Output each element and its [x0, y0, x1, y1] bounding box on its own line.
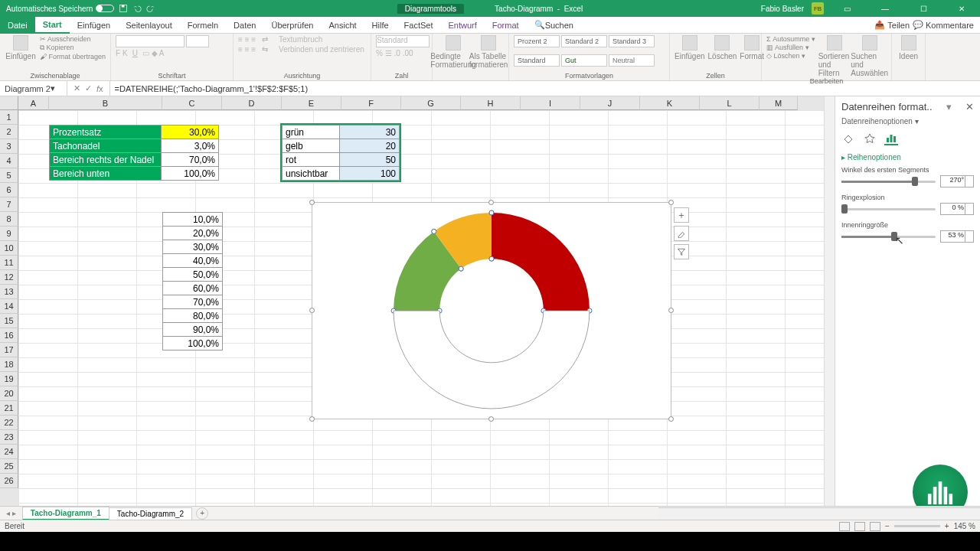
row-header[interactable]: 18	[0, 357, 18, 372]
tab-data[interactable]: Daten	[226, 17, 263, 34]
share-button[interactable]: 📤 Teilen	[874, 20, 910, 30]
zoom-level[interactable]: 145 %	[954, 522, 975, 530]
row-header[interactable]: 6	[0, 183, 18, 197]
hole-input[interactable]: 53 %	[940, 230, 974, 243]
row-header[interactable]: 17	[0, 343, 18, 357]
chart-object[interactable]: ＋	[312, 202, 671, 419]
style-cell[interactable]: Neutral	[609, 54, 655, 67]
row-header[interactable]: 4	[0, 154, 18, 168]
percent-table[interactable]: Prozentsatz30,0%Tachonadel3,0%Bereich re…	[49, 125, 219, 181]
format-painter[interactable]: 🖌 Format übertragen	[40, 53, 106, 60]
style-cell[interactable]: Standard	[514, 54, 560, 67]
sort-filter[interactable]: Sortieren und Filtern	[818, 35, 851, 77]
style-cell[interactable]: Standard 2	[561, 35, 607, 47]
col-header[interactable]: L	[700, 96, 760, 110]
pane-section[interactable]: ▸ Reihenoptionen	[841, 153, 974, 161]
chart-elements-button[interactable]: ＋	[674, 207, 689, 223]
hole-slider[interactable]	[841, 236, 936, 238]
tab-insert[interactable]: Einfügen	[70, 17, 118, 34]
chart-styles-button[interactable]	[674, 226, 689, 241]
row-header[interactable]: 23	[0, 430, 18, 445]
row-header[interactable]: 22	[0, 416, 18, 430]
pane-subtitle[interactable]: Datenreihenoptionen ▾	[841, 117, 974, 126]
explosion-input[interactable]: 0 %	[940, 203, 974, 215]
row-header[interactable]: 7	[0, 197, 18, 212]
col-header[interactable]: M	[760, 96, 798, 110]
tab-file[interactable]: Datei	[0, 17, 35, 34]
format-cells[interactable]: Format	[740, 35, 764, 60]
find-select[interactable]: Suchen und Auswählen	[854, 35, 886, 77]
col-header[interactable]: E	[282, 96, 341, 110]
as-table[interactable]: Als Tabelle formatieren	[472, 35, 505, 69]
fill-line-icon[interactable]	[841, 132, 855, 145]
col-header[interactable]: F	[341, 96, 401, 110]
col-header[interactable]: H	[461, 96, 521, 110]
maximize-icon[interactable]: ☐	[908, 0, 939, 17]
style-cell[interactable]: Gut	[561, 54, 607, 67]
row-header[interactable]: 12	[0, 270, 18, 285]
tab-layout[interactable]: Seitenlayout	[118, 17, 180, 34]
row-header[interactable]: 9	[0, 227, 18, 241]
pane-close-icon[interactable]: ✕	[965, 101, 974, 112]
save-icon[interactable]	[119, 4, 128, 13]
cut-button[interactable]: ✂ Ausschneiden	[40, 35, 106, 43]
add-sheet-button[interactable]: +	[196, 507, 208, 520]
tab-review[interactable]: Überprüfen	[263, 17, 321, 34]
scale-table[interactable]: 10,0%20,0%30,0%40,0%50,0%60,0%70,0%80,0%…	[162, 212, 223, 350]
col-header[interactable]: B	[49, 96, 162, 110]
row-header[interactable]: 16	[0, 328, 18, 343]
number-format[interactable]: Standard	[376, 35, 430, 47]
style-cell[interactable]: Standard 3	[609, 35, 655, 47]
style-cell[interactable]: Prozent 2	[514, 35, 560, 47]
row-header[interactable]: 19	[0, 372, 18, 386]
row-header[interactable]: 11	[0, 256, 18, 270]
col-header[interactable]: C	[162, 96, 222, 110]
col-header[interactable]: J	[580, 96, 640, 110]
col-header[interactable]: D	[222, 96, 282, 110]
redo-icon[interactable]	[146, 4, 155, 13]
enter-formula-icon[interactable]: ✓	[85, 83, 92, 93]
row-header[interactable]: 14	[0, 299, 18, 314]
row-header[interactable]: 25	[0, 459, 18, 474]
series-options-icon[interactable]	[884, 132, 898, 145]
cancel-formula-icon[interactable]: ✕	[74, 83, 80, 93]
row-header[interactable]: 3	[0, 139, 18, 154]
col-header[interactable]: G	[401, 96, 461, 110]
worksheet[interactable]: ABCDEFGHIJKLM 12345678910111213141516171…	[0, 96, 835, 506]
fill[interactable]: ▥ Ausfüllen ▾	[766, 44, 815, 51]
select-all-corner[interactable]	[0, 96, 18, 110]
size-select[interactable]	[186, 35, 209, 47]
autosum[interactable]: Σ Autosumme ▾	[766, 35, 815, 43]
row-header[interactable]: 2	[0, 125, 18, 139]
col-header[interactable]: I	[521, 96, 580, 110]
zoom-slider[interactable]	[894, 525, 940, 527]
context-tab-chart[interactable]: Diagrammtools	[397, 4, 464, 14]
clear[interactable]: ◇ Löschen ▾	[766, 52, 815, 60]
name-box[interactable]: Diagramm 2 ▾	[0, 81, 67, 96]
tab-format[interactable]: Format	[485, 17, 527, 34]
horizontal-scrollbar[interactable]	[658, 507, 980, 520]
close-icon[interactable]: ✕	[946, 0, 977, 17]
row-header[interactable]: 10	[0, 241, 18, 256]
font-select[interactable]	[116, 35, 185, 47]
row-header[interactable]: 1	[0, 110, 18, 125]
view-normal-icon[interactable]	[839, 522, 850, 531]
color-table[interactable]: grün30gelb20rot50unsichtbar100	[282, 125, 400, 181]
ideas[interactable]: Ideen	[897, 35, 920, 60]
view-break-icon[interactable]	[870, 522, 880, 531]
comments-button[interactable]: 💬 Kommentare	[913, 20, 974, 30]
row-header[interactable]: 13	[0, 285, 18, 299]
row-header[interactable]: 21	[0, 401, 18, 416]
tab-factset[interactable]: FactSet	[397, 17, 441, 34]
sheet-tab[interactable]: Tacho-Diagramm_2	[109, 507, 192, 520]
tab-nav[interactable]: ◂ ▸	[0, 509, 22, 517]
view-layout-icon[interactable]	[854, 522, 865, 531]
angle-slider[interactable]	[841, 181, 936, 183]
tab-start[interactable]: Start	[35, 17, 70, 34]
tab-help[interactable]: Hilfe	[364, 17, 397, 34]
zoom-in[interactable]: +	[945, 522, 949, 530]
row-header[interactable]: 26	[0, 474, 18, 488]
autosave-toggle[interactable]: Automatisches Speichern	[6, 5, 114, 13]
row-header[interactable]: 8	[0, 212, 18, 227]
cond-format[interactable]: Bedingte Formatierung	[437, 35, 469, 69]
